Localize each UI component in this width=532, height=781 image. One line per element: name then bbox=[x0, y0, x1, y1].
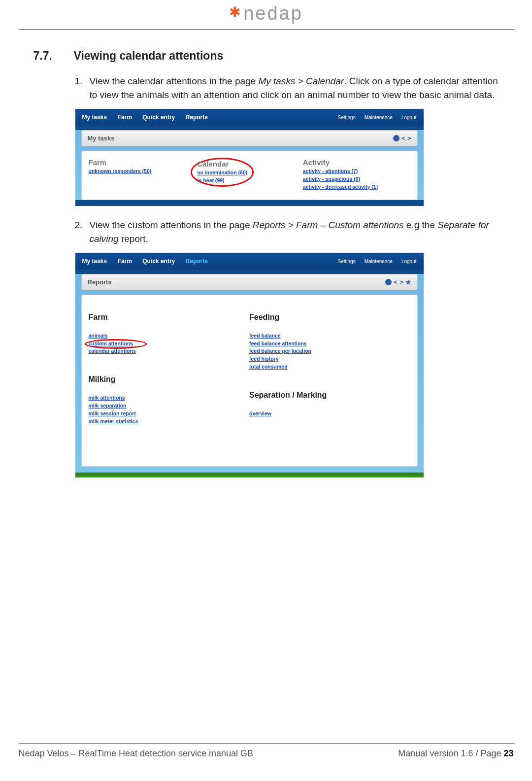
nav-logout[interactable]: Logout bbox=[401, 259, 417, 264]
col-calendar-title: Calendar bbox=[197, 160, 247, 168]
col-feeding-title: Feeding bbox=[249, 313, 410, 322]
nav-quick-entry[interactable]: Quick entry bbox=[142, 114, 175, 121]
section-heading: 7.7.Viewing calendar attentions bbox=[33, 49, 499, 63]
page-title: My tasks bbox=[88, 135, 115, 142]
link-activity-decreased[interactable]: activity - decreased activity (1) bbox=[303, 183, 410, 191]
step-2: 2.View the custom attentions in the page… bbox=[90, 218, 499, 245]
next-icon[interactable]: > bbox=[399, 278, 403, 286]
footer-grass bbox=[75, 473, 424, 477]
nav-quick-entry[interactable]: Quick entry bbox=[142, 258, 175, 265]
star-icon: ✱ bbox=[229, 7, 240, 18]
col-farm-title: Farm bbox=[89, 313, 250, 322]
help-icon[interactable]: ? bbox=[393, 135, 399, 141]
nav-farm[interactable]: Farm bbox=[118, 114, 132, 121]
page-title: Reports bbox=[88, 278, 112, 286]
section-title: Viewing calendar attentions bbox=[74, 49, 224, 62]
next-icon[interactable]: > bbox=[407, 135, 411, 142]
page-title-bar: My tasks ? < > bbox=[81, 130, 418, 146]
nav-my-tasks[interactable]: My tasks bbox=[82, 258, 107, 265]
link-calendar-attentions[interactable]: calendar attentions bbox=[89, 347, 250, 355]
link-feed-balance-attentions[interactable]: feed balance attentions bbox=[249, 340, 410, 348]
app-topbar: My tasks Farm Quick entry Reports Settin… bbox=[75, 253, 424, 270]
nav-logout[interactable]: Logout bbox=[401, 115, 417, 120]
section-number: 7.7. bbox=[33, 49, 74, 63]
link-overview[interactable]: overview bbox=[249, 410, 410, 418]
nav-my-tasks[interactable]: My tasks bbox=[82, 114, 107, 121]
highlight-oval bbox=[85, 339, 147, 349]
nav-reports[interactable]: Reports bbox=[186, 258, 208, 265]
brand-logo: ✱ nedap bbox=[229, 3, 303, 24]
nav-reports[interactable]: Reports bbox=[186, 114, 208, 121]
help-icon[interactable]: ? bbox=[385, 279, 392, 285]
link-milk-meter-statistics[interactable]: milk meter statistics bbox=[89, 418, 250, 426]
step-number: 2. bbox=[75, 218, 90, 232]
nav-settings[interactable]: Settings bbox=[338, 259, 356, 264]
link-in-heat[interactable]: in heat (99) bbox=[197, 177, 247, 185]
step-1: 1.View the calendar attentions in the pa… bbox=[90, 74, 499, 102]
link-milk-attentions[interactable]: milk attentions bbox=[89, 394, 250, 402]
link-milk-session-report[interactable]: milk session report bbox=[89, 410, 250, 418]
col-activity-title: Activity bbox=[303, 158, 410, 167]
footer-right-pre: Manual version 1.6 / Page bbox=[398, 748, 503, 758]
brand-text: nedap bbox=[243, 3, 303, 24]
footer-left: Nedap Velos – RealTime Heat detection se… bbox=[19, 748, 254, 759]
page-header: ✱ nedap bbox=[19, 0, 514, 30]
col-farm-title: Farm bbox=[89, 158, 196, 167]
page-title-bar: Reports ? < > ★ bbox=[81, 274, 418, 290]
col-milking-title: Milking bbox=[89, 375, 250, 384]
nav-settings[interactable]: Settings bbox=[338, 115, 356, 120]
link-feed-balance-per-location[interactable]: feed balance per location bbox=[249, 347, 410, 355]
link-unknown-responders[interactable]: unknown responders (50) bbox=[89, 168, 196, 175]
nav-maintenance[interactable]: Maintenance bbox=[365, 115, 393, 120]
footer-page-number: 23 bbox=[503, 748, 513, 758]
favorite-icon[interactable]: ★ bbox=[405, 278, 411, 286]
link-feed-balance[interactable]: feed balance bbox=[249, 332, 410, 340]
col-separation-title: Separation / Marking bbox=[249, 391, 410, 400]
link-no-insemination[interactable]: no insemination (60) bbox=[197, 169, 247, 177]
prev-icon[interactable]: < bbox=[401, 135, 405, 142]
nav-maintenance[interactable]: Maintenance bbox=[365, 259, 393, 264]
screenshot-my-tasks: My tasks Farm Quick entry Reports Settin… bbox=[75, 108, 424, 206]
link-feed-history[interactable]: feed history bbox=[249, 355, 410, 363]
nav-farm[interactable]: Farm bbox=[118, 258, 132, 265]
link-activity-suspicious[interactable]: activity - suspicious (6) bbox=[303, 175, 410, 183]
highlight-oval: Calendar no insemination (60) in heat (9… bbox=[191, 158, 254, 187]
screenshot-reports: My tasks Farm Quick entry Reports Settin… bbox=[75, 252, 424, 478]
prev-icon[interactable]: < bbox=[394, 278, 398, 286]
link-activity-attentions[interactable]: activity - attentions (7) bbox=[303, 168, 410, 175]
step-number: 1. bbox=[75, 74, 90, 88]
link-total-consumed[interactable]: total consumed bbox=[249, 363, 410, 371]
link-milk-separation[interactable]: milk separation bbox=[89, 402, 250, 410]
page-footer: Nedap Velos – RealTime Heat detection se… bbox=[19, 743, 514, 759]
app-topbar: My tasks Farm Quick entry Reports Settin… bbox=[75, 109, 424, 126]
